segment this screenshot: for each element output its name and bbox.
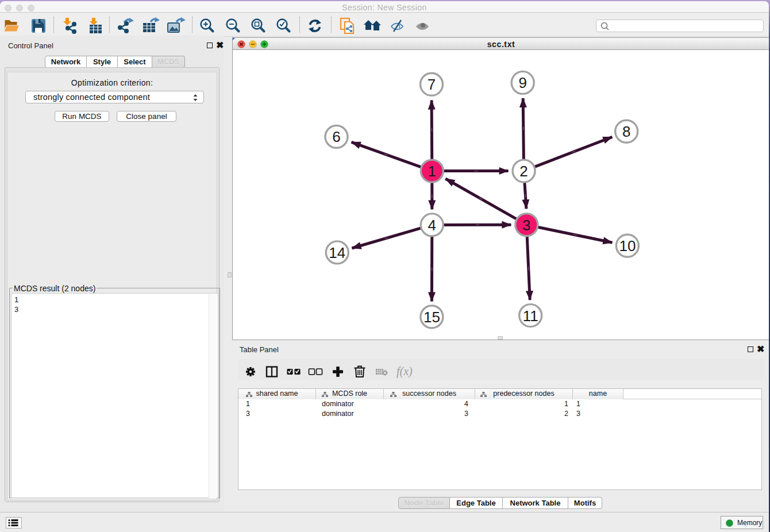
svg-text:4: 4 xyxy=(428,217,436,234)
svg-text:10: 10 xyxy=(619,237,636,255)
svg-text:14: 14 xyxy=(329,244,345,261)
svg-text:2: 2 xyxy=(519,163,528,180)
svg-text:11: 11 xyxy=(523,307,538,325)
svg-text:9: 9 xyxy=(518,74,526,91)
svg-text:15: 15 xyxy=(424,309,440,326)
svg-text:7: 7 xyxy=(428,76,436,93)
svg-text:1: 1 xyxy=(428,163,436,180)
svg-text:f(x): f(x) xyxy=(396,365,413,378)
svg-text:6: 6 xyxy=(332,128,340,145)
svg-text:8: 8 xyxy=(622,123,630,140)
svg-text:3: 3 xyxy=(522,217,530,234)
